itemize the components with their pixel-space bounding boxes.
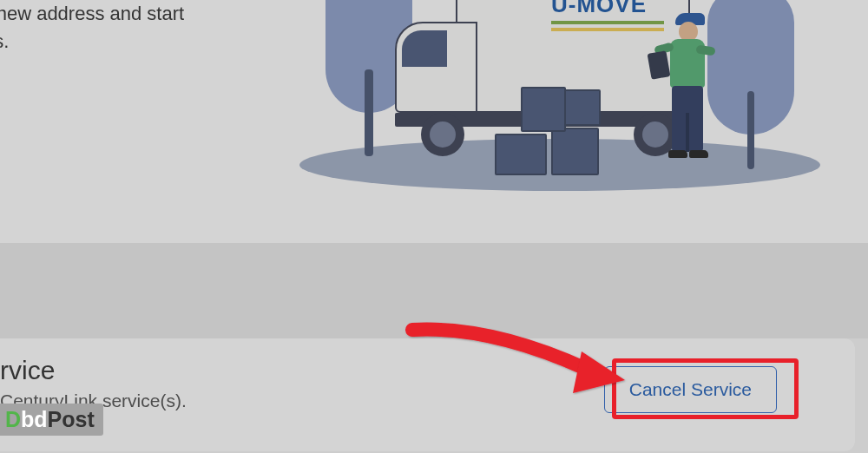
move-description: ur new address and start ces. [0, 0, 184, 56]
top-panel: ur new address and start ces. U-MOVE [0, 0, 868, 243]
desc-line1: ur new address and start [0, 3, 184, 24]
moving-illustration: U-MOVE [308, 0, 812, 200]
cancel-service-button[interactable]: Cancel Service [604, 366, 777, 413]
watermark-badge: DbdPost [0, 404, 103, 436]
watermark-part2: bd [21, 407, 48, 432]
wheel-front [421, 113, 464, 156]
desc-line2: ces. [0, 30, 9, 52]
watermark-part1: D [5, 407, 21, 432]
delivery-person [660, 13, 729, 174]
truck-brand-label: U-MOVE [551, 0, 647, 18]
section-divider [0, 243, 868, 338]
cancel-title: rvice [0, 356, 55, 385]
cancel-service-card: rvice CenturyLink service(s). Cancel Ser… [0, 338, 855, 451]
package-boxes [495, 71, 634, 175]
watermark-part3: Post [48, 407, 95, 432]
